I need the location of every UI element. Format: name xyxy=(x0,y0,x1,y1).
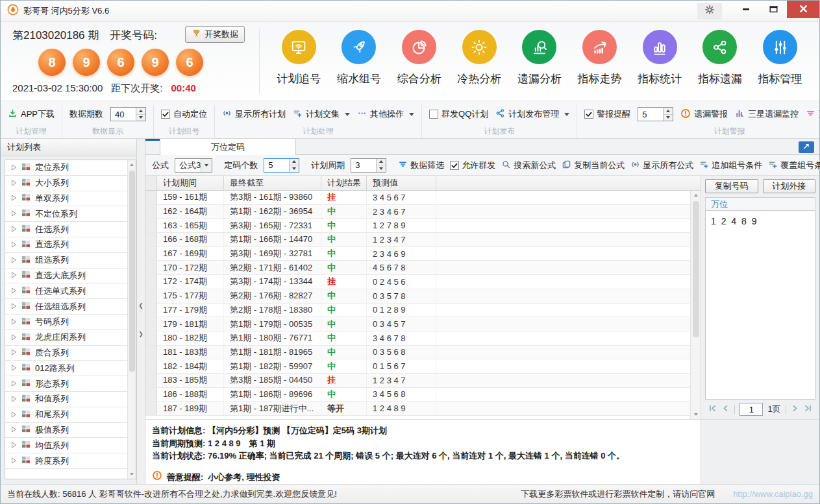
chevron-down-icon[interactable] xyxy=(201,159,212,172)
row-selector-cell[interactable] xyxy=(145,247,157,261)
table-row[interactable]: 179 - 181期 第1期 - 179期 - 00535 中 0 3 4 5 … xyxy=(145,317,690,331)
expand-arrow-icon[interactable] xyxy=(11,224,17,234)
sidebar-series-item[interactable]: 号码系列 xyxy=(5,315,127,330)
spin-down-button[interactable] xyxy=(377,165,386,172)
expand-arrow-icon[interactable] xyxy=(11,270,17,280)
expand-arrow-icon[interactable] xyxy=(11,178,17,188)
sidebar-series-item[interactable]: 单双系列 xyxy=(5,191,127,207)
sidebar-series-item[interactable]: 直选大底系列 xyxy=(5,269,127,284)
expand-arrow-icon[interactable] xyxy=(11,317,17,327)
table-row[interactable]: 163 - 165期 第3期 - 165期 - 72331 中 1 2 7 8 … xyxy=(145,219,690,233)
table-row[interactable]: 166 - 168期 第1期 - 166期 - 14470 中 1 2 3 4 … xyxy=(145,233,690,247)
expand-arrow-icon[interactable] xyxy=(11,440,17,450)
app-shortcut[interactable]: 缩水组号 xyxy=(337,30,381,86)
column-header[interactable]: 预测值 xyxy=(367,176,436,190)
table-row[interactable]: 175 - 177期 第2期 - 176期 - 82827 中 0 3 5 7 … xyxy=(145,289,690,304)
column-header[interactable]: 计划结果 xyxy=(321,176,367,190)
table-scrollbar[interactable] xyxy=(690,191,701,419)
row-selector-cell[interactable] xyxy=(145,261,157,274)
table-row[interactable]: 177 - 179期 第2期 - 178期 - 18380 中 0 1 2 8 … xyxy=(145,304,690,318)
settings-button[interactable] xyxy=(697,3,722,19)
plan-intersection-button[interactable]: 计划交集 xyxy=(293,108,350,120)
data-periods-spinbox[interactable]: 40 xyxy=(110,107,146,121)
row-selector-cell[interactable] xyxy=(145,304,157,317)
table-row[interactable]: 159 - 161期 第3期 - 161期 - 93860 挂 3 4 5 6 … xyxy=(145,191,690,205)
copy-numbers-button[interactable]: 复制号码 xyxy=(705,179,758,193)
scroll-up-icon[interactable] xyxy=(128,160,136,169)
expand-arrow-icon[interactable] xyxy=(11,286,17,296)
scroll-up-icon[interactable] xyxy=(691,191,701,200)
sidebar-series-item[interactable]: 012路系列 xyxy=(5,361,127,376)
table-row[interactable]: 182 - 184期 第1期 - 182期 - 59907 中 0 1 5 6 … xyxy=(145,359,690,374)
sidebar-series-item[interactable]: 任选系列 xyxy=(5,222,127,237)
spin-up-button[interactable] xyxy=(377,159,386,166)
sidebar-series-item[interactable]: 不定位系列 xyxy=(5,206,127,222)
sidebar-series-item[interactable]: 和尾系列 xyxy=(5,407,127,423)
table-row[interactable]: 170 - 172期 第2期 - 171期 - 61402 中 4 5 6 7 … xyxy=(145,261,690,275)
search-formula-button[interactable]: 搜索新公式 xyxy=(501,160,556,171)
expand-arrow-icon[interactable] xyxy=(11,425,17,435)
app-shortcut[interactable]: 计划追号 xyxy=(277,30,321,86)
expand-view-button[interactable] xyxy=(799,141,814,153)
scroll-down-icon[interactable] xyxy=(691,410,701,419)
spin-up-button[interactable] xyxy=(290,159,299,166)
row-selector-cell[interactable] xyxy=(145,374,157,387)
column-header[interactable]: 计划期间 xyxy=(157,176,224,190)
first-page-button[interactable] xyxy=(708,403,717,415)
table-row[interactable]: 181 - 183期 第1期 - 181期 - 81965 中 0 3 5 6 … xyxy=(145,346,690,360)
app-shortcut[interactable]: 综合分析 xyxy=(397,30,441,86)
column-header[interactable]: 最终截至 xyxy=(224,176,321,190)
alert-spinbox[interactable]: 5 xyxy=(638,107,673,121)
table-row[interactable]: 162 - 164期 第1期 - 162期 - 36954 中 2 3 4 6 … xyxy=(145,205,690,219)
sidebar-series-item[interactable]: 任选单式系列 xyxy=(5,283,127,299)
app-shortcut[interactable]: 指标统计 xyxy=(638,30,682,86)
scrollbar-thumb[interactable] xyxy=(129,171,135,372)
sidebar-splitter[interactable]: ❮ ❯ xyxy=(137,139,145,484)
row-selector-cell[interactable] xyxy=(145,331,157,345)
app-shortcut[interactable]: 指标管理 xyxy=(758,30,802,86)
show-all-plans-button[interactable]: 显示所有计划 xyxy=(222,108,286,120)
draw-data-button[interactable]: 开奖数据 xyxy=(185,26,245,43)
table-row[interactable]: 172 - 174期 第3期 - 174期 - 13344 挂 0 2 4 5 … xyxy=(145,275,690,289)
expand-arrow-icon[interactable] xyxy=(11,379,17,389)
expand-arrow-icon[interactable] xyxy=(11,240,17,250)
qq-broadcast-checkbox[interactable]: 群发QQ计划 xyxy=(429,108,488,120)
threestar-shrink-monitor-button[interactable]: 三星缩水+监控 xyxy=(806,108,820,120)
row-selector-cell[interactable] xyxy=(145,317,157,331)
plan-publish-button[interactable]: 计划发布管理 xyxy=(495,108,569,120)
next-page-button[interactable] xyxy=(791,403,799,415)
expand-arrow-icon[interactable] xyxy=(11,456,17,466)
formula-select[interactable]: 公式3 xyxy=(175,158,212,173)
table-row[interactable]: 167 - 169期 第3期 - 169期 - 32781 中 2 3 4 6 … xyxy=(145,247,690,261)
row-selector-cell[interactable] xyxy=(145,205,157,219)
predicted-numbers-box[interactable]: 1 2 4 8 9 xyxy=(705,211,815,400)
show-all-formula-button[interactable]: 显示所有公式 xyxy=(630,160,693,171)
expand-arrow-icon[interactable] xyxy=(11,394,17,404)
row-selector-cell[interactable] xyxy=(145,402,157,415)
sidebar-series-item[interactable]: 龙虎庄闲系列 xyxy=(5,330,127,346)
expand-arrow-icon[interactable] xyxy=(11,256,17,265)
app-shortcut[interactable]: 冷热分析 xyxy=(457,30,501,86)
sidebar-series-item[interactable]: 跨度系列 xyxy=(5,453,127,469)
table-row[interactable]: 186 - 188期 第1期 - 186期 - 89696 中 3 4 5 6 … xyxy=(145,388,690,402)
expand-arrow-icon[interactable] xyxy=(11,209,17,219)
sidebar-series-item[interactable]: 任选组选系列 xyxy=(5,299,127,315)
expand-arrow-icon[interactable] xyxy=(11,363,17,373)
sidebar-series-item[interactable]: 质合系列 xyxy=(5,346,127,361)
spin-down-button[interactable] xyxy=(136,115,145,121)
spin-down-button[interactable] xyxy=(664,115,673,121)
table-row[interactable]: 183 - 185期 第3期 - 185期 - 04450 挂 1 2 3 4 … xyxy=(145,374,690,388)
allow-broadcast-checkbox[interactable]: 允许群发 xyxy=(450,160,495,171)
omission-alert-button[interactable]: 遗漏警报 xyxy=(680,108,728,121)
app-shortcut[interactable]: 遗漏分析 xyxy=(517,30,562,86)
page-input[interactable]: 1 xyxy=(739,403,763,416)
row-selector-cell[interactable] xyxy=(145,388,157,402)
alert-remind-checkbox[interactable]: 警报提醒 xyxy=(584,108,630,120)
row-selector-cell[interactable] xyxy=(145,275,157,289)
collapse-left-button[interactable]: ❮ xyxy=(138,300,144,311)
plan-cycle-spinbox[interactable]: 3 xyxy=(351,158,386,173)
maximize-button[interactable] xyxy=(760,1,787,18)
sidebar-series-item[interactable]: 大小系列 xyxy=(5,176,127,191)
expand-arrow-icon[interactable] xyxy=(11,163,17,173)
scroll-down-icon[interactable] xyxy=(128,470,136,479)
